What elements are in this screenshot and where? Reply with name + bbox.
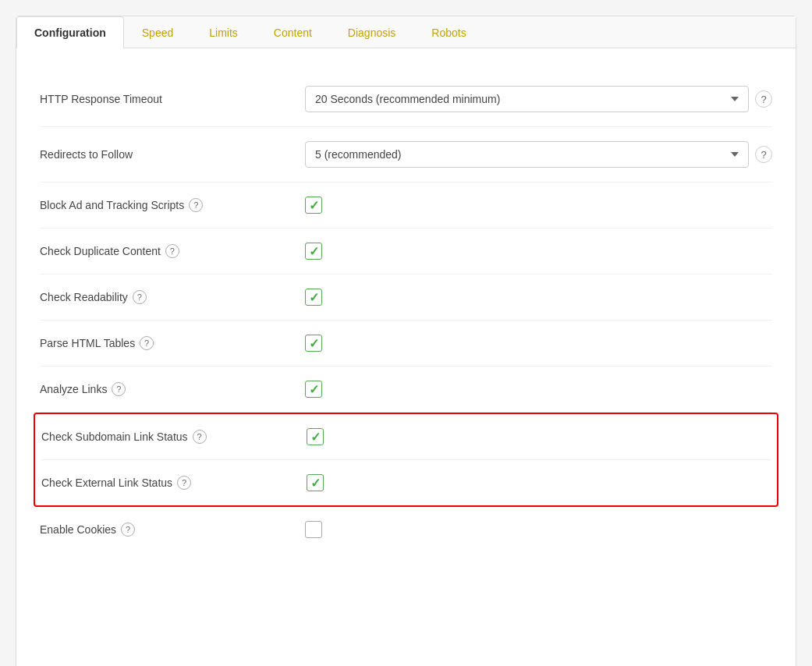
redirects-to-follow-control: 012345 (recommended)10 ? [305, 141, 772, 168]
analyze-links-row: Analyze Links ? [40, 367, 772, 413]
check-duplicate-content-help-icon[interactable]: ? [165, 244, 179, 258]
check-readability-control [305, 289, 772, 306]
check-subdomain-link-status-control [307, 428, 771, 445]
parse-html-tables-checkbox[interactable] [305, 335, 322, 352]
check-duplicate-content-control [305, 243, 772, 260]
check-external-link-status-control [307, 474, 771, 491]
tab-robots[interactable]: Robots [413, 16, 484, 48]
settings-container: Configuration Speed Limits Content Diagn… [16, 16, 796, 666]
check-readability-checkbox[interactable] [305, 289, 322, 306]
check-subdomain-link-status-row: Check Subdomain Link Status ? [41, 414, 771, 460]
check-subdomain-link-status-label: Check Subdomain Link Status ? [41, 430, 307, 444]
tab-content[interactable]: Content [256, 16, 330, 48]
parse-html-tables-control [305, 335, 772, 352]
redirects-to-follow-help[interactable]: ? [755, 146, 772, 163]
http-response-timeout-dropdown-wrapper: 20 Seconds (recommended minimum)30 Secon… [305, 86, 772, 112]
tab-configuration[interactable]: Configuration [16, 16, 124, 48]
link-status-highlight-box: Check Subdomain Link Status ? Check Exte… [34, 413, 778, 507]
parse-html-tables-row: Parse HTML Tables ? [40, 321, 772, 367]
check-duplicate-content-label: Check Duplicate Content ? [40, 244, 305, 258]
check-subdomain-link-status-checkbox[interactable] [307, 428, 324, 445]
enable-cookies-help-icon[interactable]: ? [121, 523, 135, 537]
redirects-to-follow-row: Redirects to Follow 012345 (recommended)… [40, 127, 772, 182]
check-subdomain-link-status-help-icon[interactable]: ? [193, 430, 207, 444]
redirects-to-follow-dropdown-wrapper: 012345 (recommended)10 ? [305, 141, 772, 168]
enable-cookies-checkbox[interactable] [305, 521, 322, 538]
parse-html-tables-label: Parse HTML Tables ? [40, 336, 305, 350]
enable-cookies-label: Enable Cookies ? [40, 523, 305, 537]
check-readability-row: Check Readability ? [40, 275, 772, 321]
enable-cookies-control [305, 521, 772, 538]
redirects-to-follow-label: Redirects to Follow [40, 148, 305, 161]
http-response-timeout-row: HTTP Response Timeout 20 Seconds (recomm… [40, 72, 772, 127]
tab-content-area: HTTP Response Timeout 20 Seconds (recomm… [16, 48, 796, 576]
tab-limits[interactable]: Limits [191, 16, 256, 48]
analyze-links-checkbox[interactable] [305, 381, 322, 398]
parse-html-tables-help-icon[interactable]: ? [140, 336, 154, 350]
check-duplicate-content-row: Check Duplicate Content ? [40, 228, 772, 275]
analyze-links-label: Analyze Links ? [40, 382, 305, 396]
tab-diagnosis[interactable]: Diagnosis [330, 16, 413, 48]
check-readability-label: Check Readability ? [40, 290, 305, 304]
check-readability-help-icon[interactable]: ? [133, 290, 147, 304]
block-ad-tracking-row: Block Ad and Tracking Scripts ? [40, 182, 772, 228]
http-response-timeout-help[interactable]: ? [755, 90, 772, 108]
block-ad-tracking-label: Block Ad and Tracking Scripts ? [40, 198, 305, 212]
redirects-to-follow-select[interactable]: 012345 (recommended)10 [305, 141, 749, 168]
check-external-link-status-row: Check External Link Status ? [41, 460, 771, 505]
analyze-links-control [305, 381, 772, 398]
http-response-timeout-control: 20 Seconds (recommended minimum)30 Secon… [305, 86, 772, 112]
http-response-timeout-label: HTTP Response Timeout [40, 93, 305, 105]
check-external-link-status-checkbox[interactable] [307, 474, 324, 491]
check-external-link-status-label: Check External Link Status ? [41, 476, 307, 490]
block-ad-tracking-checkbox[interactable] [305, 197, 322, 214]
block-ad-tracking-help-icon[interactable]: ? [189, 198, 203, 212]
tab-speed[interactable]: Speed [124, 16, 191, 48]
enable-cookies-row: Enable Cookies ? [40, 507, 772, 552]
analyze-links-help-icon[interactable]: ? [112, 382, 126, 396]
block-ad-tracking-control [305, 197, 772, 214]
http-response-timeout-select[interactable]: 20 Seconds (recommended minimum)30 Secon… [305, 86, 749, 112]
tabs-bar: Configuration Speed Limits Content Diagn… [16, 16, 796, 48]
check-external-link-status-help-icon[interactable]: ? [177, 476, 191, 490]
check-duplicate-content-checkbox[interactable] [305, 243, 322, 260]
